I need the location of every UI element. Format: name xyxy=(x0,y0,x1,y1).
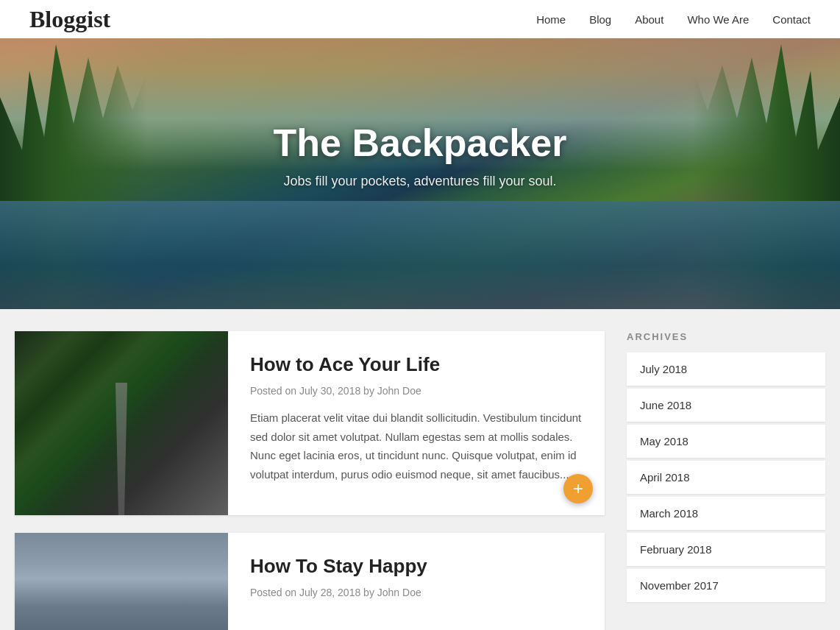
post-meta-2: Posted on July 28, 2018 by John Doe xyxy=(250,587,583,598)
archives-title: ARCHIVES xyxy=(627,331,825,342)
post-content-2: How To Stay Happy Posted on July 28, 201… xyxy=(228,533,605,630)
read-more-button-1[interactable]: + xyxy=(563,474,593,503)
archive-item[interactable]: July 2018 xyxy=(627,353,825,386)
hero-text-block: The Backpacker Jobs fill your pockets, a… xyxy=(274,121,567,189)
post-image-1 xyxy=(15,331,228,515)
main-nav: Bloggist Home Blog About Who We Are Cont… xyxy=(0,0,840,38)
hero-lake xyxy=(0,201,840,309)
nav-contact[interactable]: Contact xyxy=(772,13,811,26)
nav-home[interactable]: Home xyxy=(536,13,566,26)
archive-item[interactable]: February 2018 xyxy=(627,533,825,566)
post-image-forest xyxy=(15,331,228,515)
archive-item[interactable]: May 2018 xyxy=(627,425,825,458)
post-image-sky xyxy=(15,533,228,630)
nav-who-we-are[interactable]: Who We Are xyxy=(687,13,749,26)
post-content-1: How to Ace Your Life Posted on July 30, … xyxy=(228,331,605,515)
post-card-2: How To Stay Happy Posted on July 28, 201… xyxy=(15,533,605,630)
post-title-2: How To Stay Happy xyxy=(250,555,583,578)
post-excerpt-1: Etiam placerat velit vitae dui blandit s… xyxy=(250,408,583,484)
sidebar: ARCHIVES July 2018June 2018May 2018April… xyxy=(627,331,825,630)
nav-about[interactable]: About xyxy=(635,13,663,26)
post-title-1: How to Ace Your Life xyxy=(250,353,583,376)
nav-links: Home Blog About Who We Are Contact xyxy=(536,13,811,26)
archive-item[interactable]: April 2018 xyxy=(627,461,825,494)
archive-item[interactable]: March 2018 xyxy=(627,497,825,530)
main-layout: How to Ace Your Life Posted on July 30, … xyxy=(0,309,840,630)
post-meta-1: Posted on July 30, 2018 by John Doe xyxy=(250,385,583,397)
posts-column: How to Ace Your Life Posted on July 30, … xyxy=(15,331,605,630)
archive-list: July 2018June 2018May 2018April 2018Marc… xyxy=(627,353,825,602)
hero-subtitle: Jobs fill your pockets, adventures fill … xyxy=(274,174,567,189)
post-card-1: How to Ace Your Life Posted on July 30, … xyxy=(15,331,605,515)
archive-item[interactable]: June 2018 xyxy=(627,389,825,422)
hero-title: The Backpacker xyxy=(274,121,567,165)
post-image-2 xyxy=(15,533,228,630)
hero-section: The Backpacker Jobs fill your pockets, a… xyxy=(0,0,840,309)
site-logo: Bloggist xyxy=(29,6,110,33)
nav-blog[interactable]: Blog xyxy=(589,13,611,26)
archive-item[interactable]: November 2017 xyxy=(627,569,825,602)
